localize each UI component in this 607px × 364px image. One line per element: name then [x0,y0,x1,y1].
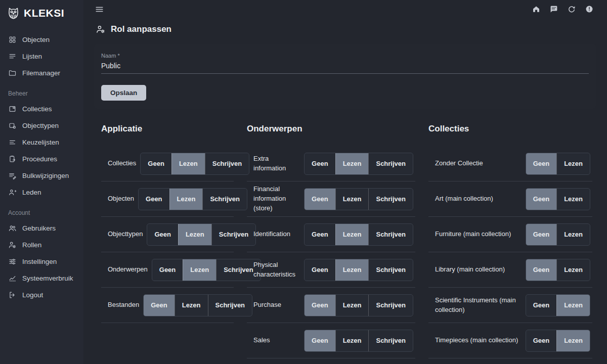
sidebar-item-filemanager[interactable]: Filemanager [0,65,83,81]
permission-option-geen[interactable]: Geen [526,330,557,351]
permission-option-geen[interactable]: Geen [526,153,557,174]
permission-label: Sales [253,336,304,345]
permission-option-schrijven[interactable]: Schrijven [202,189,247,210]
sidebar-item-logout[interactable]: Logout [0,287,83,303]
topbar [83,0,607,18]
permission-label: Art (main collection) [435,194,526,204]
permission-row-objecten: ObjectenGeenLezenSchrijven [101,181,234,217]
home-icon[interactable] [532,5,541,14]
permission-row-onderwerpen: OnderwerpenGeenLezenSchrijven [101,252,234,288]
permission-option-lezen[interactable]: Lezen [556,153,590,174]
sidebar-item-label: Bulkwijzigingen [22,172,69,179]
main-area: Rol aanpassen Naam * Opslaan ApplicatieC… [83,0,607,364]
sidebar-item-label: Leden [22,189,41,196]
permission-option-geen[interactable]: Geen [305,153,335,174]
permission-option-schrijven[interactable]: Schrijven [368,224,413,245]
permission-toggle-group: GeenLezenSchrijven [140,153,249,175]
sidebar-item-label: Objecten [22,36,50,43]
permission-option-lezen[interactable]: Lezen [556,189,590,210]
sidebar-item-lijsten[interactable]: Lijsten [0,48,83,65]
sidebar-item-label: Rollen [22,241,41,249]
permission-option-geen[interactable]: Geen [305,224,335,245]
permissions-column-title: Onderwerpen [247,124,415,134]
permission-option-geen[interactable]: Geen [139,189,169,210]
permission-option-schrijven[interactable]: Schrijven [368,330,413,351]
permission-option-schrijven[interactable]: Schrijven [368,153,413,174]
permission-option-geen[interactable]: Geen [305,295,335,316]
collections-icon [8,105,17,113]
permission-toggle-group: GeenLezenSchrijven [304,223,413,246]
chart-icon [8,274,17,283]
permission-option-lezen[interactable]: Lezen [556,259,590,281]
permission-option-lezen[interactable]: Lezen [556,295,590,316]
topbar-icons [532,5,594,14]
permission-option-lezen[interactable]: Lezen [335,330,369,351]
sidebar-item-objecten[interactable]: Objecten [0,31,83,48]
permission-option-schrijven[interactable]: Schrijven [205,153,249,174]
permission-option-geen[interactable]: Geen [152,259,183,281]
permission-option-lezen[interactable]: Lezen [183,259,216,281]
sidebar-nav: ObjectenLijstenFilemanagerBeheerCollecti… [0,26,83,303]
permission-option-lezen[interactable]: Lezen [335,189,369,210]
permission-option-geen[interactable]: Geen [526,189,557,210]
save-button[interactable]: Opslaan [101,85,146,101]
sidebar-item-objecttypen[interactable]: Objecttypen [0,117,83,134]
alert-icon[interactable] [585,5,594,14]
permission-option-schrijven[interactable]: Schrijven [368,189,413,210]
sidebar-item-collecties[interactable]: Collecties [0,101,83,117]
permission-label: Extra information [253,154,304,173]
permission-option-lezen[interactable]: Lezen [335,295,369,316]
permission-option-schrijven[interactable]: Schrijven [208,295,252,316]
role-icon [8,241,17,249]
permission-option-schrijven[interactable]: Schrijven [368,259,413,281]
sidebar-item-instellingen[interactable]: Instellingen [0,253,83,270]
permission-option-geen[interactable]: Geen [305,330,335,351]
permission-option-geen[interactable]: Geen [526,295,557,316]
permission-label: Physical characteristics [253,260,304,280]
page-header: Rol aanpassen [96,24,596,34]
permission-option-geen[interactable]: Geen [526,259,557,281]
sidebar-item-gebruikers[interactable]: Gebruikers [0,220,83,237]
sidebar-item-label: Filemanager [22,69,60,77]
sidebar-item-rollen[interactable]: Rollen [0,237,83,253]
permission-option-lezen[interactable]: Lezen [556,330,590,351]
sidebar-item-bulkwijzigingen[interactable]: Bulkwijzigingen [0,167,83,184]
sidebar-item-label: Lijsten [22,53,42,60]
sidebar-item-label: Systeemverbruik [22,275,73,282]
permission-option-lezen[interactable]: Lezen [556,224,590,245]
sidebar-item-systeemverbruik[interactable]: Systeemverbruik [0,270,83,287]
sidebar-item-keuzelijsten[interactable]: Keuzelijsten [0,134,83,151]
permission-row-purchase: PurchaseGeenLezenSchrijven [247,288,415,323]
permission-option-schrijven[interactable]: Schrijven [368,295,413,316]
sidebar-item-leden[interactable]: Leden [0,184,83,201]
permission-option-lezen[interactable]: Lezen [335,259,369,281]
sidebar-item-label: Keuzelijsten [22,139,59,146]
permission-option-geen[interactable]: Geen [141,153,171,174]
permission-option-geen[interactable]: Geen [305,259,335,281]
sidebar: KLEKSI ObjectenLijstenFilemanagerBeheerC… [0,0,83,364]
page-title: Rol aanpassen [111,24,171,34]
permission-option-lezen[interactable]: Lezen [335,153,369,174]
permission-label: Objecten [108,194,138,204]
permission-option-geen[interactable]: Geen [526,224,557,245]
feedback-icon[interactable] [549,5,558,14]
refresh-icon[interactable] [567,5,576,14]
sidebar-item-procedures[interactable]: Procedures [0,151,83,167]
name-field-label: Naam * [101,53,589,59]
permission-option-lezen[interactable]: Lezen [178,224,211,245]
permission-toggle-group: GeenLezenSchrijven [152,259,261,281]
permission-row-art-main-collection: Art (main collection)GeenLezen [428,181,592,217]
permission-option-geen[interactable]: Geen [147,224,178,245]
permission-label: Collecties [108,159,140,168]
permission-option-geen[interactable]: Geen [305,189,335,210]
permission-option-lezen[interactable]: Lezen [171,153,205,174]
app-logo[interactable]: KLEKSI [0,0,83,26]
role-name-input[interactable] [101,60,589,74]
permission-option-geen[interactable]: Geen [144,295,175,316]
permission-option-lezen[interactable]: Lezen [169,189,203,210]
permission-option-lezen[interactable]: Lezen [335,224,369,245]
person-add-icon [8,188,17,197]
permission-option-lezen[interactable]: Lezen [175,295,208,316]
menu-icon[interactable] [95,5,104,14]
sidebar-item-label: Collecties [22,105,52,113]
